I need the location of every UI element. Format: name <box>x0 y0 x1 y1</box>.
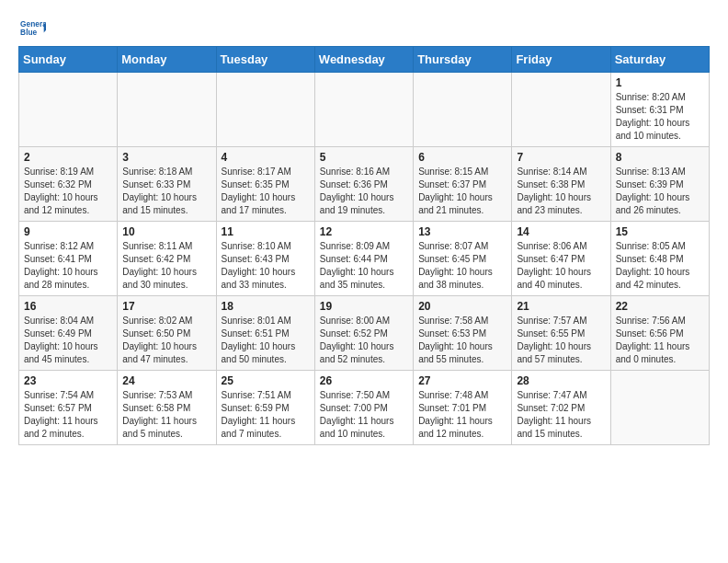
calendar-cell: 8Sunrise: 8:13 AM Sunset: 6:39 PM Daylig… <box>610 147 709 222</box>
day-number: 6 <box>418 151 506 164</box>
day-number: 22 <box>616 300 704 313</box>
calendar-header-row: SundayMondayTuesdayWednesdayThursdayFrid… <box>19 47 710 73</box>
calendar-cell <box>512 73 610 147</box>
calendar-week-3: 9Sunrise: 8:12 AM Sunset: 6:41 PM Daylig… <box>19 222 710 296</box>
calendar-cell: 22Sunrise: 7:56 AM Sunset: 6:56 PM Dayli… <box>610 296 709 371</box>
day-info: Sunrise: 8:05 AM Sunset: 6:48 PM Dayligh… <box>616 240 704 292</box>
day-info: Sunrise: 7:47 AM Sunset: 7:02 PM Dayligh… <box>517 389 605 441</box>
day-info: Sunrise: 7:48 AM Sunset: 7:01 PM Dayligh… <box>418 389 506 441</box>
day-number: 21 <box>517 300 605 313</box>
calendar-cell <box>610 371 709 445</box>
day-info: Sunrise: 8:06 AM Sunset: 6:47 PM Dayligh… <box>517 240 605 292</box>
day-number: 8 <box>616 151 704 164</box>
day-number: 17 <box>122 300 210 313</box>
day-info: Sunrise: 8:01 AM Sunset: 6:51 PM Dayligh… <box>222 315 310 366</box>
day-number: 4 <box>222 151 310 164</box>
day-info: Sunrise: 8:13 AM Sunset: 6:39 PM Dayligh… <box>616 166 704 217</box>
col-header-thursday: Thursday <box>414 47 512 73</box>
calendar-cell: 7Sunrise: 8:14 AM Sunset: 6:38 PM Daylig… <box>512 147 610 222</box>
logo: GeneralBlue <box>18 18 46 37</box>
day-number: 16 <box>24 300 112 313</box>
calendar-cell: 21Sunrise: 7:57 AM Sunset: 6:55 PM Dayli… <box>512 296 610 371</box>
day-info: Sunrise: 7:50 AM Sunset: 7:00 PM Dayligh… <box>320 389 408 441</box>
day-number: 5 <box>320 151 408 164</box>
day-info: Sunrise: 8:04 AM Sunset: 6:49 PM Dayligh… <box>24 315 112 366</box>
day-info: Sunrise: 8:09 AM Sunset: 6:44 PM Dayligh… <box>320 240 408 292</box>
day-info: Sunrise: 7:58 AM Sunset: 6:53 PM Dayligh… <box>418 315 506 366</box>
day-number: 24 <box>122 374 210 387</box>
col-header-saturday: Saturday <box>610 47 709 73</box>
calendar-cell: 13Sunrise: 8:07 AM Sunset: 6:45 PM Dayli… <box>414 222 512 296</box>
calendar-cell: 6Sunrise: 8:15 AM Sunset: 6:37 PM Daylig… <box>414 147 512 222</box>
calendar-cell: 20Sunrise: 7:58 AM Sunset: 6:53 PM Dayli… <box>414 296 512 371</box>
day-number: 13 <box>418 225 506 238</box>
day-info: Sunrise: 7:57 AM Sunset: 6:55 PM Dayligh… <box>517 315 605 366</box>
calendar-cell: 11Sunrise: 8:10 AM Sunset: 6:43 PM Dayli… <box>216 222 314 296</box>
day-info: Sunrise: 8:07 AM Sunset: 6:45 PM Dayligh… <box>418 240 506 292</box>
calendar-cell: 26Sunrise: 7:50 AM Sunset: 7:00 PM Dayli… <box>314 371 413 445</box>
day-info: Sunrise: 8:12 AM Sunset: 6:41 PM Dayligh… <box>24 240 112 292</box>
calendar-cell: 28Sunrise: 7:47 AM Sunset: 7:02 PM Dayli… <box>512 371 610 445</box>
svg-text:Blue: Blue <box>20 28 37 37</box>
day-number: 15 <box>616 225 704 238</box>
calendar-cell: 10Sunrise: 8:11 AM Sunset: 6:42 PM Dayli… <box>118 222 216 296</box>
day-info: Sunrise: 7:56 AM Sunset: 6:56 PM Dayligh… <box>616 315 704 366</box>
calendar-cell: 17Sunrise: 8:02 AM Sunset: 6:50 PM Dayli… <box>118 296 216 371</box>
calendar-cell <box>414 73 512 147</box>
calendar-cell <box>19 73 118 147</box>
calendar-cell: 25Sunrise: 7:51 AM Sunset: 6:59 PM Dayli… <box>216 371 314 445</box>
col-header-monday: Monday <box>118 47 216 73</box>
day-info: Sunrise: 8:00 AM Sunset: 6:52 PM Dayligh… <box>320 315 408 366</box>
calendar-cell: 12Sunrise: 8:09 AM Sunset: 6:44 PM Dayli… <box>314 222 413 296</box>
day-info: Sunrise: 8:18 AM Sunset: 6:33 PM Dayligh… <box>122 166 210 217</box>
day-info: Sunrise: 8:16 AM Sunset: 6:36 PM Dayligh… <box>320 166 408 217</box>
day-number: 18 <box>222 300 310 313</box>
day-info: Sunrise: 8:19 AM Sunset: 6:32 PM Dayligh… <box>24 166 112 217</box>
day-info: Sunrise: 8:17 AM Sunset: 6:35 PM Dayligh… <box>222 166 310 217</box>
day-number: 26 <box>320 374 408 387</box>
calendar-cell: 9Sunrise: 8:12 AM Sunset: 6:41 PM Daylig… <box>19 222 118 296</box>
day-info: Sunrise: 8:20 AM Sunset: 6:31 PM Dayligh… <box>616 91 704 143</box>
calendar-cell: 19Sunrise: 8:00 AM Sunset: 6:52 PM Dayli… <box>314 296 413 371</box>
day-info: Sunrise: 8:14 AM Sunset: 6:38 PM Dayligh… <box>517 166 605 217</box>
day-number: 1 <box>616 76 704 89</box>
calendar-cell: 16Sunrise: 8:04 AM Sunset: 6:49 PM Dayli… <box>19 296 118 371</box>
day-number: 9 <box>24 225 112 238</box>
calendar-week-2: 2Sunrise: 8:19 AM Sunset: 6:32 PM Daylig… <box>19 147 710 222</box>
calendar-cell: 23Sunrise: 7:54 AM Sunset: 6:57 PM Dayli… <box>19 371 118 445</box>
calendar-cell: 27Sunrise: 7:48 AM Sunset: 7:01 PM Dayli… <box>414 371 512 445</box>
calendar-cell: 4Sunrise: 8:17 AM Sunset: 6:35 PM Daylig… <box>216 147 314 222</box>
calendar-cell: 24Sunrise: 7:53 AM Sunset: 6:58 PM Dayli… <box>118 371 216 445</box>
day-info: Sunrise: 7:53 AM Sunset: 6:58 PM Dayligh… <box>122 389 210 441</box>
day-number: 10 <box>122 225 210 238</box>
calendar-cell: 2Sunrise: 8:19 AM Sunset: 6:32 PM Daylig… <box>19 147 118 222</box>
day-info: Sunrise: 8:11 AM Sunset: 6:42 PM Dayligh… <box>122 240 210 292</box>
calendar-cell: 5Sunrise: 8:16 AM Sunset: 6:36 PM Daylig… <box>314 147 413 222</box>
day-info: Sunrise: 7:54 AM Sunset: 6:57 PM Dayligh… <box>24 389 112 441</box>
calendar-cell: 15Sunrise: 8:05 AM Sunset: 6:48 PM Dayli… <box>610 222 709 296</box>
day-info: Sunrise: 8:15 AM Sunset: 6:37 PM Dayligh… <box>418 166 506 217</box>
calendar-cell <box>216 73 314 147</box>
day-number: 20 <box>418 300 506 313</box>
day-number: 27 <box>418 374 506 387</box>
day-number: 28 <box>517 374 605 387</box>
day-number: 19 <box>320 300 408 313</box>
day-number: 2 <box>24 151 112 164</box>
calendar-week-5: 23Sunrise: 7:54 AM Sunset: 6:57 PM Dayli… <box>19 371 710 445</box>
calendar-week-4: 16Sunrise: 8:04 AM Sunset: 6:49 PM Dayli… <box>19 296 710 371</box>
day-info: Sunrise: 7:51 AM Sunset: 6:59 PM Dayligh… <box>222 389 310 441</box>
calendar-cell: 1Sunrise: 8:20 AM Sunset: 6:31 PM Daylig… <box>610 73 709 147</box>
calendar-cell: 3Sunrise: 8:18 AM Sunset: 6:33 PM Daylig… <box>118 147 216 222</box>
day-number: 3 <box>122 151 210 164</box>
col-header-tuesday: Tuesday <box>216 47 314 73</box>
day-number: 14 <box>517 225 605 238</box>
day-number: 11 <box>222 225 310 238</box>
calendar-table: SundayMondayTuesdayWednesdayThursdayFrid… <box>18 46 710 445</box>
day-number: 23 <box>24 374 112 387</box>
calendar-cell <box>314 73 413 147</box>
calendar-cell: 18Sunrise: 8:01 AM Sunset: 6:51 PM Dayli… <box>216 296 314 371</box>
day-info: Sunrise: 8:10 AM Sunset: 6:43 PM Dayligh… <box>222 240 310 292</box>
day-info: Sunrise: 8:02 AM Sunset: 6:50 PM Dayligh… <box>122 315 210 366</box>
calendar-cell <box>118 73 216 147</box>
day-number: 25 <box>222 374 310 387</box>
